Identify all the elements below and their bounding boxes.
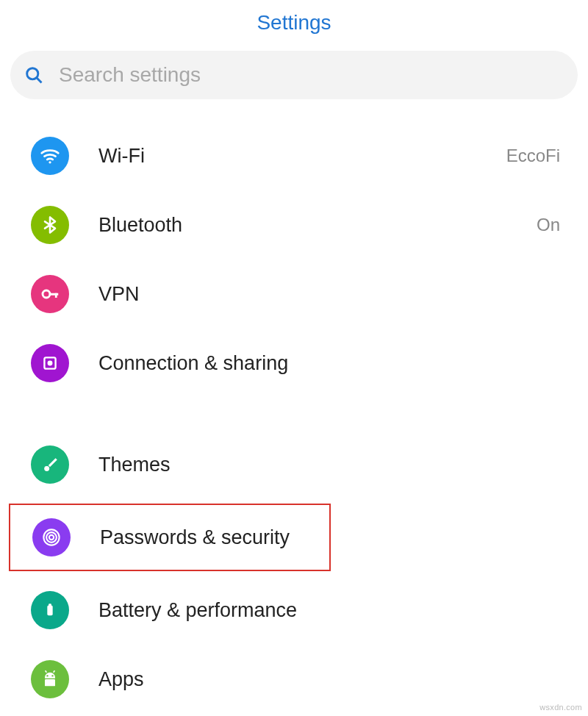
settings-list: Wi-Fi EccoFi Bluetooth On VPN Con <box>0 121 588 714</box>
settings-item-vpn[interactable]: VPN <box>0 259 588 329</box>
settings-item-bluetooth[interactable]: Bluetooth On <box>0 190 588 259</box>
item-label: Passwords & security <box>100 526 301 549</box>
svg-point-0 <box>27 68 38 79</box>
svg-point-2 <box>49 161 51 163</box>
item-label: VPN <box>98 283 560 306</box>
settings-item-themes[interactable]: Themes <box>0 430 588 499</box>
page-title: Settings <box>0 11 588 35</box>
search-bar[interactable] <box>10 51 578 99</box>
wifi-icon <box>31 137 69 175</box>
settings-item-apps[interactable]: Apps <box>0 645 588 714</box>
item-label: Battery & performance <box>98 599 560 622</box>
fingerprint-icon <box>32 518 71 556</box>
item-label: Themes <box>98 454 560 476</box>
item-label: Wi-Fi <box>98 145 506 168</box>
item-label: Connection & sharing <box>98 352 560 375</box>
svg-point-14 <box>46 675 48 676</box>
svg-rect-13 <box>49 604 51 606</box>
item-status: EccoFi <box>506 146 560 166</box>
settings-item-connection-sharing[interactable]: Connection & sharing <box>0 329 588 398</box>
svg-line-1 <box>37 78 41 82</box>
svg-rect-18 <box>45 679 55 686</box>
svg-point-7 <box>48 361 53 366</box>
svg-rect-5 <box>55 293 57 298</box>
search-input[interactable] <box>59 63 564 87</box>
settings-item-wifi[interactable]: Wi-Fi EccoFi <box>0 121 588 190</box>
page-header: Settings <box>0 0 588 51</box>
svg-point-10 <box>46 532 57 543</box>
vpn-key-icon <box>31 275 69 313</box>
svg-point-15 <box>51 675 53 676</box>
connection-sharing-icon <box>31 344 69 382</box>
item-label: Apps <box>98 668 560 691</box>
settings-item-battery-performance[interactable]: Battery & performance <box>0 576 588 645</box>
item-status: On <box>537 215 560 235</box>
battery-icon <box>31 591 69 629</box>
themes-brush-icon <box>31 445 69 484</box>
search-icon <box>24 65 44 85</box>
svg-point-8 <box>44 466 49 471</box>
item-label: Bluetooth <box>98 214 537 237</box>
apps-android-icon <box>31 660 69 698</box>
bluetooth-icon <box>31 206 69 244</box>
svg-point-11 <box>49 535 54 540</box>
svg-line-16 <box>46 670 47 672</box>
svg-rect-12 <box>47 606 52 616</box>
settings-item-passwords-security[interactable]: Passwords & security <box>10 505 329 570</box>
svg-point-3 <box>43 290 50 298</box>
highlight-passwords-security: Passwords & security <box>9 504 331 571</box>
svg-line-17 <box>54 670 55 672</box>
watermark: wsxdn.com <box>539 703 582 712</box>
